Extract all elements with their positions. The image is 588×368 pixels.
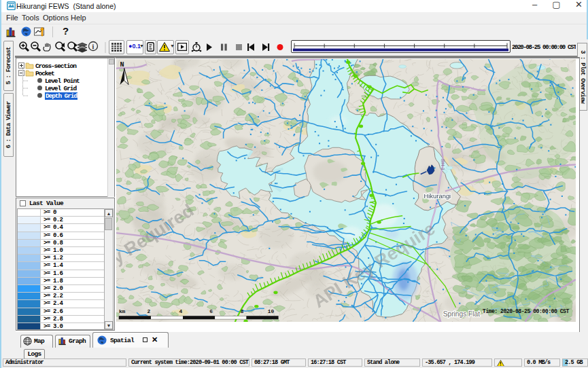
svg-text:2: 2 [147,308,150,314]
svg-text:km: km [119,308,126,314]
svg-text:Springs Flat: Springs Flat [443,310,480,318]
svg-text:10: 10 [268,308,275,314]
svg-text:i: i [92,43,94,50]
svg-text:N: N [120,61,124,69]
svg-text:Hikurangi: Hikurangi [423,192,451,200]
svg-text:4: 4 [179,308,183,314]
svg-text:6: 6 [209,308,213,314]
svg-text:SH 1: SH 1 [440,159,446,170]
svg-text:8: 8 [241,308,244,314]
svg-text:Time: 2020-08-25 00:00:00 CST: Time: 2020-08-25 00:00:00 CST [483,308,570,314]
